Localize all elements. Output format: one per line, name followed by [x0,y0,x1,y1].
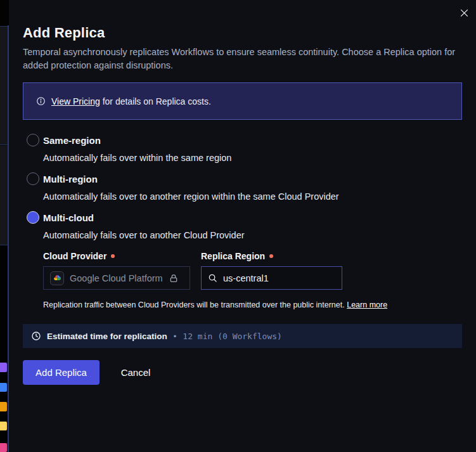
view-pricing-link[interactable]: View Pricing [51,96,100,107]
color-chip-pink [0,443,7,452]
clock-icon [31,331,41,341]
estimate-label: Estimated time for replication [47,332,167,341]
replica-region-value[interactable]: us-central1 [223,273,269,283]
option-label[interactable]: Multi-cloud [43,212,245,224]
public-internet-note: Replication traffic between Cloud Provid… [43,300,387,309]
radio-multi-cloud[interactable] [27,211,39,224]
estimate-separator: • [174,332,177,341]
pricing-banner-rest: for details on Replica costs. [100,96,211,107]
close-button[interactable] [457,6,471,20]
replica-region-label-text: Replica Region [201,251,265,261]
add-replica-modal: Add Replica Temporal asynchronously repl… [9,0,476,452]
cloud-provider-label: Cloud Provider [43,251,115,261]
option-label[interactable]: Same-region [43,134,231,147]
option-multi-region[interactable]: Multi-region Automatically fails over to… [27,172,339,203]
option-description: Automatically fails over to another regi… [43,190,339,203]
cloud-provider-label-text: Cloud Provider [43,251,106,261]
pricing-info-banner: View Pricing for details on Replica cost… [23,82,462,120]
lock-icon [169,273,179,283]
search-icon [208,273,217,283]
add-replica-button[interactable]: Add Replica [23,360,100,385]
gcp-logo-icon [50,271,64,285]
color-chip-blue [0,383,7,392]
option-label[interactable]: Multi-region [43,173,339,186]
learn-more-link[interactable]: Learn more [347,300,387,309]
option-description: Automatically fails over to another Clou… [43,229,245,242]
modal-title: Add Replica [23,25,105,41]
estimate-value: 12 min (0 Workflows) [183,332,282,341]
info-icon [36,96,46,106]
color-chip-yellow [0,422,7,430]
pricing-banner-text: View Pricing for details on Replica cost… [51,96,211,107]
color-chip-purple [0,363,7,372]
close-icon [459,8,470,18]
estimated-time-banner: Estimated time for replication • 12 min … [23,324,462,348]
color-chip-orange [0,402,7,411]
modal-description: Temporal asynchronously replicates Workf… [23,46,463,72]
cloud-provider-field: Google Cloud Platform [43,266,190,290]
option-same-region[interactable]: Same-region Automatically fails over wit… [27,134,231,164]
replica-region-field[interactable]: us-central1 [201,266,342,290]
cancel-button[interactable]: Cancel [112,360,160,385]
cloud-provider-value: Google Cloud Platform [70,273,163,283]
option-multi-cloud[interactable]: Multi-cloud Automatically fails over to … [27,211,245,242]
required-dot [269,254,273,258]
radio-same-region[interactable] [27,134,39,146]
option-description: Automatically fails over within the same… [43,152,231,164]
screen: Add Replica Temporal asynchronously repl… [0,0,476,452]
replica-region-label: Replica Region [201,251,273,261]
note-text: Replication traffic between Cloud Provid… [43,300,347,309]
radio-multi-region[interactable] [27,172,39,185]
required-dot [111,254,115,258]
